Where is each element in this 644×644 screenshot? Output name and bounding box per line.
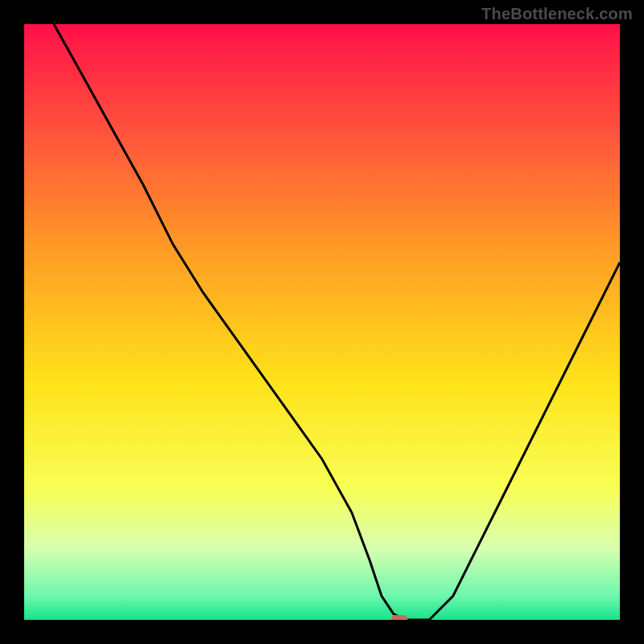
gradient-background xyxy=(24,24,620,620)
chart-frame: TheBottleneck.com xyxy=(0,0,644,644)
watermark-text: TheBottleneck.com xyxy=(481,5,633,23)
plot-area xyxy=(24,24,620,620)
optimal-point-marker xyxy=(391,615,407,620)
chart-svg xyxy=(24,24,620,620)
